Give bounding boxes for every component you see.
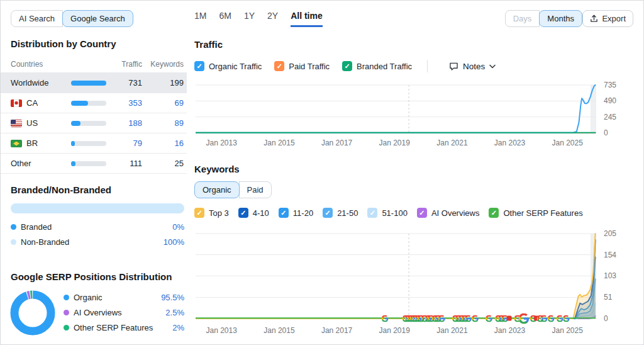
legend-value[interactable]: 95.5% <box>161 293 184 302</box>
country-name: US <box>26 118 38 128</box>
traffic-value[interactable]: 79 <box>108 139 142 148</box>
x-tick-label: Jan 2017 <box>321 139 353 147</box>
traffic-share-bar <box>71 161 106 166</box>
notes-label: Notes <box>463 62 485 71</box>
series-line <box>196 240 596 319</box>
tab-2y[interactable]: 2Y <box>267 11 278 27</box>
keywords-legend-item: ✓Top 3 <box>194 208 229 218</box>
traffic-checkbox[interactable]: ✓ <box>274 61 284 71</box>
divider <box>427 60 428 72</box>
branded-legend-item: Non-Branded100% <box>11 237 184 248</box>
export-icon <box>590 14 598 23</box>
y-tick-label: 103 <box>604 271 616 280</box>
months-button[interactable]: Months <box>539 10 582 27</box>
table-row[interactable]: Worldwide731199 <box>1 73 187 93</box>
export-button[interactable]: Export <box>582 10 633 27</box>
x-tick-label: Jan 2021 <box>436 326 468 335</box>
ca-flag-icon <box>11 99 22 107</box>
y-tick-label: 154 <box>604 251 616 259</box>
keywords-title: Keywords <box>194 164 240 174</box>
red-marker-icon[interactable] <box>507 316 512 321</box>
traffic-share-bar <box>71 81 106 86</box>
organic-keywords-button[interactable]: Organic <box>194 181 240 198</box>
traffic-share-bar <box>71 141 106 146</box>
traffic-checkbox[interactable]: ✓ <box>342 61 352 71</box>
country-name: BR <box>26 139 38 148</box>
legend-label: AI Overviews <box>74 308 122 317</box>
branded-panel-title: Branded/Non-Branded <box>11 184 111 195</box>
keywords-checkbox[interactable]: ✓ <box>279 208 289 218</box>
legend-label: Other SERP Features <box>74 323 153 332</box>
notes-dropdown[interactable]: Notes <box>449 62 496 71</box>
legend-value[interactable]: 100% <box>164 237 184 247</box>
branded-ratio-bar <box>11 203 184 213</box>
time-range-tabs: 1M 6M 1Y 2Y All time <box>194 11 323 27</box>
keywords-legend: ✓Top 3✓4-10✓11-20✓21-50✓51-100✓AI Overvi… <box>194 208 583 218</box>
keywords-value[interactable]: 69 <box>152 98 184 108</box>
tab-1y[interactable]: 1Y <box>244 11 255 27</box>
x-tick-label: Jan 2017 <box>321 326 353 335</box>
country-rows: Worldwide731199CA35369US18889BR7916Other… <box>1 73 187 174</box>
tab-all-time[interactable]: All time <box>291 11 323 27</box>
keywords-checkbox[interactable]: ✓ <box>238 208 248 218</box>
y-tick-label: 245 <box>604 113 616 122</box>
y-tick-label: 51 <box>604 293 613 302</box>
serp-legend-item: Other SERP Features2% <box>64 323 184 334</box>
x-tick-label: Jan 2013 <box>206 326 238 335</box>
paid-keywords-button[interactable]: Paid <box>239 181 272 198</box>
legend-label: Organic <box>74 293 103 302</box>
table-row[interactable]: US18889 <box>1 113 187 133</box>
traffic-title: Traffic <box>194 39 223 50</box>
tab-1m[interactable]: 1M <box>194 11 206 27</box>
keywords-legend-item: ✓21-50 <box>323 208 358 218</box>
keywords-checkbox[interactable]: ✓ <box>367 208 377 218</box>
col-traffic: Traffic <box>108 60 142 69</box>
legend-label: 4-10 <box>253 208 269 218</box>
tab-6m[interactable]: 6M <box>219 11 231 27</box>
x-tick-label: Jan 2023 <box>494 326 526 335</box>
traffic-share-bar <box>71 101 106 106</box>
col-keywords: Keywords <box>147 60 184 69</box>
days-button[interactable]: Days <box>505 10 540 27</box>
keywords-checkbox[interactable]: ✓ <box>323 208 333 218</box>
branded-legend-item: Branded0% <box>11 222 184 233</box>
chevron-down-icon <box>489 64 496 69</box>
legend-label: Branded Traffic <box>357 62 412 71</box>
traffic-legend: ✓Organic Traffic✓Paid Traffic✓Branded Tr… <box>194 60 496 72</box>
keywords-value: 199 <box>152 78 184 88</box>
y-tick-label: 490 <box>604 96 616 105</box>
legend-value[interactable]: 0% <box>172 222 184 232</box>
legend-label: Top 3 <box>209 208 229 218</box>
table-row[interactable]: BR7916 <box>1 133 187 154</box>
traffic-value[interactable]: 188 <box>108 118 142 128</box>
keywords-value[interactable]: 16 <box>152 139 184 148</box>
table-row[interactable]: Other11125 <box>1 154 187 174</box>
legend-value[interactable]: 2% <box>172 323 184 332</box>
legend-label: 21-50 <box>337 208 358 218</box>
series-line <box>196 257 596 319</box>
traffic-value: 731 <box>108 78 142 88</box>
keywords-checkbox[interactable]: ✓ <box>417 208 427 218</box>
keywords-legend-item: ✓11-20 <box>279 208 313 218</box>
country-name: Other <box>11 159 31 168</box>
traffic-checkbox[interactable]: ✓ <box>194 61 204 71</box>
keywords-checkbox[interactable]: ✓ <box>194 208 204 218</box>
donut-slice <box>14 295 51 331</box>
country-name: CA <box>26 98 38 108</box>
keywords-checkbox[interactable]: ✓ <box>489 208 499 218</box>
domain-analytics-dashboard: AI Search Google Search 1M 6M 1Y 2Y All … <box>0 0 644 345</box>
series-area <box>196 279 596 319</box>
traffic-value[interactable]: 353 <box>108 98 142 108</box>
keywords-legend-item: ✓Other SERP Features <box>489 208 582 218</box>
google-search-button[interactable]: Google Search <box>62 10 133 27</box>
y-tick-label: 0 <box>604 128 608 137</box>
ai-search-button[interactable]: AI Search <box>11 10 63 27</box>
table-row[interactable]: CA35369 <box>1 93 187 113</box>
traffic-legend-item: ✓Organic Traffic <box>194 61 262 71</box>
br-flag-icon <box>11 140 22 147</box>
legend-value[interactable]: 2.5% <box>165 308 184 317</box>
series-area <box>196 240 596 319</box>
x-tick-label: Jan 2019 <box>379 139 411 147</box>
serp-legend-item: Organic95.5% <box>64 293 184 303</box>
keywords-value[interactable]: 89 <box>152 118 184 128</box>
